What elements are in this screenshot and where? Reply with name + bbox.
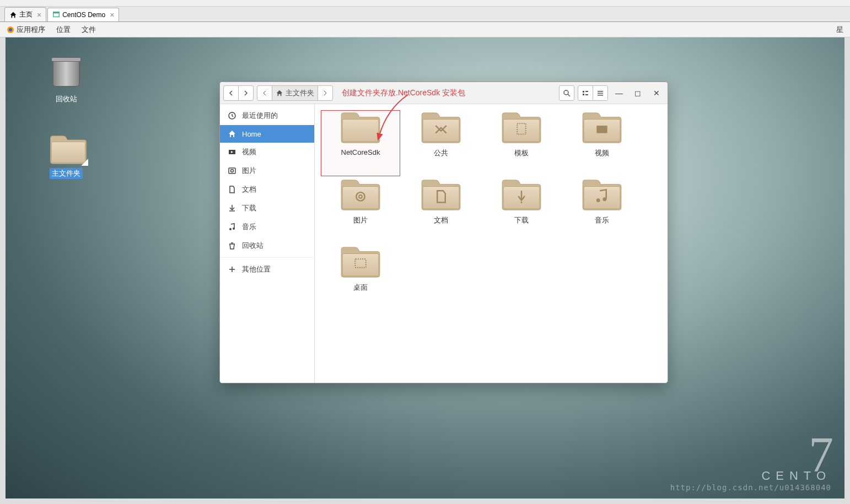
files-menu[interactable]: 文件: [82, 25, 96, 35]
list-view-button[interactable]: [578, 85, 593, 101]
centos-brand: CENTO: [761, 469, 831, 483]
tab-centos[interactable]: CentOS Demo ×: [47, 8, 119, 21]
sidebar-item-trash[interactable]: 回收站: [220, 236, 314, 255]
sidebar-item-music[interactable]: 音乐: [220, 218, 314, 236]
file-label: 下载: [514, 215, 529, 225]
nav-group: [223, 85, 254, 101]
svg-point-4: [9, 28, 12, 31]
sidebar-item-home[interactable]: Home: [220, 125, 314, 143]
svg-rect-2: [53, 12, 60, 14]
file-item[interactable]: 音乐: [562, 177, 642, 244]
svg-rect-13: [598, 95, 603, 96]
close-icon[interactable]: ×: [37, 10, 41, 19]
host-toolbar: [0, 0, 850, 7]
file-item[interactable]: NetCoreSdk: [320, 110, 401, 177]
file-label: NetCoreSdk: [341, 148, 380, 156]
close-button[interactable]: ✕: [649, 85, 664, 101]
sidebar-item-label: 音乐: [242, 222, 256, 232]
svg-rect-10: [585, 94, 588, 95]
svg-rect-11: [598, 91, 603, 92]
svg-rect-9: [583, 94, 584, 95]
sidebar-item-label: 回收站: [242, 241, 263, 251]
path-prev-button[interactable]: [257, 85, 272, 101]
sidebar-item-recent[interactable]: 最近使用的: [220, 106, 314, 125]
file-manager-window: 主文件夹 创建文件夹存放.NetCoreSdk 安装包 — ◻ ✕ 最近使用的H…: [219, 82, 668, 383]
file-item[interactable]: 公共: [401, 110, 481, 177]
path-next-button[interactable]: [318, 85, 333, 101]
sidebar-item-documents[interactable]: 文档: [220, 180, 314, 199]
tab-home[interactable]: 主页 ×: [4, 7, 46, 21]
svg-line-6: [568, 94, 570, 96]
back-button[interactable]: [223, 85, 239, 101]
trash-label: 回收站: [41, 94, 91, 105]
applications-menu[interactable]: 应用程序: [7, 25, 45, 35]
gnome-topbar: 应用程序 位置 文件 星: [0, 22, 850, 37]
file-item[interactable]: 图片: [320, 177, 401, 244]
file-label: 模板: [514, 148, 529, 158]
svg-point-18: [229, 228, 232, 230]
forward-button[interactable]: [238, 85, 254, 101]
file-label: 公共: [434, 148, 448, 158]
path-home-button[interactable]: 主文件夹: [272, 85, 318, 101]
sidebar-item-videos[interactable]: 视频: [220, 143, 314, 161]
trash-icon: [52, 59, 80, 87]
host-tabs: 主页 × CentOS Demo ×: [0, 7, 850, 22]
svg-point-26: [602, 197, 606, 201]
maximize-button[interactable]: ◻: [630, 85, 645, 101]
search-button[interactable]: [559, 85, 574, 101]
close-icon[interactable]: ×: [110, 10, 114, 19]
svg-rect-16: [229, 168, 235, 174]
sidebar-item-other[interactable]: 其他位置: [220, 260, 314, 279]
minimize-button[interactable]: —: [611, 85, 627, 101]
sidebar-item-label: 下载: [242, 203, 256, 213]
svg-rect-7: [583, 91, 584, 93]
headerbar: 主文件夹 创建文件夹存放.NetCoreSdk 安装包 — ◻ ✕: [220, 82, 668, 104]
sidebar: 最近使用的Home视频图片文档下载音乐回收站其他位置: [220, 104, 315, 383]
desktop[interactable]: 回收站 主文件夹 7 CENTO http://blog.csdn.net/u0…: [6, 37, 844, 498]
places-menu[interactable]: 位置: [56, 25, 71, 35]
file-label: 音乐: [595, 215, 609, 225]
svg-point-5: [564, 90, 568, 95]
file-item[interactable]: 下载: [481, 177, 562, 244]
sidebar-item-label: 最近使用的: [242, 111, 278, 121]
svg-point-24: [521, 202, 523, 203]
svg-point-19: [233, 227, 235, 230]
path-label: 主文件夹: [286, 88, 314, 98]
tab-home-label: 主页: [19, 10, 33, 19]
sidebar-item-label: 其他位置: [242, 264, 271, 274]
svg-rect-8: [585, 91, 588, 92]
file-item[interactable]: 文档: [401, 177, 481, 244]
file-item[interactable]: 桌面: [320, 244, 401, 311]
path-bar: 主文件夹: [257, 85, 333, 101]
clock: 星: [836, 25, 843, 35]
sidebar-item-downloads[interactable]: 下载: [220, 199, 314, 218]
menu-button[interactable]: [593, 85, 608, 101]
sidebar-item-label: Home: [242, 130, 261, 138]
home-folder-label: 主文件夹: [50, 168, 83, 179]
file-label: 视频: [595, 148, 609, 158]
annotation-text: 创建文件夹存放.NetCoreSdk 安装包: [342, 88, 465, 98]
home-desktop-icon[interactable]: 主文件夹: [41, 134, 91, 179]
file-item[interactable]: 视频: [562, 110, 642, 177]
sidebar-item-label: 视频: [242, 147, 256, 157]
file-grid[interactable]: NetCoreSdk公共模板视频图片文档下载音乐桌面: [315, 104, 668, 383]
sidebar-item-label: 文档: [242, 185, 256, 194]
svg-rect-12: [598, 93, 603, 94]
svg-point-17: [231, 170, 234, 172]
apps-label: 应用程序: [17, 25, 45, 35]
sidebar-item-pictures[interactable]: 图片: [220, 161, 314, 180]
watermark-url: http://blog.csdn.net/u014368040: [670, 483, 831, 492]
svg-point-25: [596, 198, 600, 202]
file-item[interactable]: 模板: [481, 110, 562, 177]
sidebar-item-label: 图片: [242, 166, 256, 176]
file-label: 文档: [434, 215, 448, 225]
tab-centos-label: CentOS Demo: [62, 11, 105, 19]
file-label: 桌面: [353, 283, 368, 292]
trash-desktop-icon[interactable]: 回收站: [41, 59, 91, 105]
file-label: 图片: [353, 215, 368, 225]
svg-rect-21: [596, 126, 607, 133]
